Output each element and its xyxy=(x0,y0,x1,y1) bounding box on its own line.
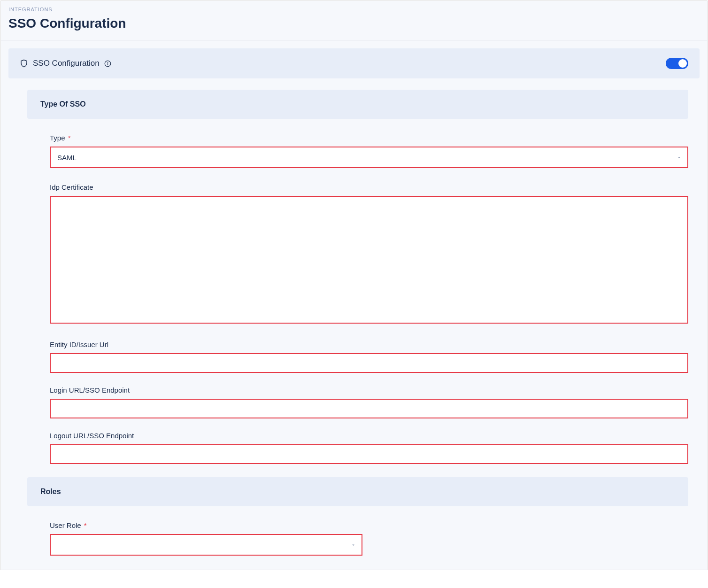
shield-icon xyxy=(20,59,28,68)
user-role-select[interactable] xyxy=(50,534,362,556)
type-of-sso-section-header: Type Of SSO xyxy=(27,90,688,119)
entity-id-label: Entity ID/Issuer Url xyxy=(50,340,688,348)
type-of-sso-fields: Type * SAML Idp Certificate xyxy=(27,134,688,464)
type-of-sso-title: Type Of SSO xyxy=(40,100,675,108)
type-label-text: Type xyxy=(50,134,65,142)
sso-config-panel-header: SSO Configuration xyxy=(8,48,700,78)
login-url-group: Login URL/SSO Endpoint xyxy=(50,386,688,418)
entity-id-input[interactable] xyxy=(50,353,688,373)
page-container: INTEGRATIONS SSO Configuration SSO Confi… xyxy=(0,0,708,570)
page-title: SSO Configuration xyxy=(8,16,700,31)
required-indicator: * xyxy=(84,521,87,529)
entity-id-group: Entity ID/Issuer Url xyxy=(50,340,688,373)
type-label: Type * xyxy=(50,134,688,142)
type-field-group: Type * SAML xyxy=(50,134,688,168)
sso-enabled-toggle[interactable] xyxy=(666,58,688,69)
logout-url-group: Logout URL/SSO Endpoint xyxy=(50,432,688,464)
info-icon[interactable] xyxy=(104,60,112,67)
breadcrumb: INTEGRATIONS xyxy=(8,7,700,12)
logout-url-label: Logout URL/SSO Endpoint xyxy=(50,432,688,440)
panel-header-left: SSO Configuration xyxy=(20,59,112,68)
header-section: INTEGRATIONS SSO Configuration xyxy=(1,1,707,41)
login-url-input[interactable] xyxy=(50,399,688,418)
roles-fields: User Role * xyxy=(27,521,688,556)
form-body: Type Of SSO Type * SAML xyxy=(8,78,700,556)
user-role-label: User Role * xyxy=(50,521,688,529)
idp-certificate-textarea[interactable] xyxy=(50,196,688,324)
content-wrapper: SSO Configuration Type Of SSO xyxy=(1,41,707,570)
svg-point-2 xyxy=(108,62,108,62)
toggle-knob xyxy=(678,59,687,68)
roles-section-header: Roles xyxy=(27,477,688,506)
login-url-label: Login URL/SSO Endpoint xyxy=(50,386,688,394)
user-role-label-text: User Role xyxy=(50,521,81,529)
idp-certificate-label: Idp Certificate xyxy=(50,183,688,191)
user-role-select-wrap xyxy=(50,534,362,556)
required-indicator: * xyxy=(68,134,71,142)
idp-certificate-group: Idp Certificate xyxy=(50,183,688,325)
type-select[interactable]: SAML xyxy=(50,147,688,168)
panel-header-title: SSO Configuration xyxy=(33,59,100,68)
user-role-group: User Role * xyxy=(50,521,688,556)
logout-url-input[interactable] xyxy=(50,444,688,464)
roles-title: Roles xyxy=(40,487,675,496)
type-select-wrap: SAML xyxy=(50,147,688,168)
